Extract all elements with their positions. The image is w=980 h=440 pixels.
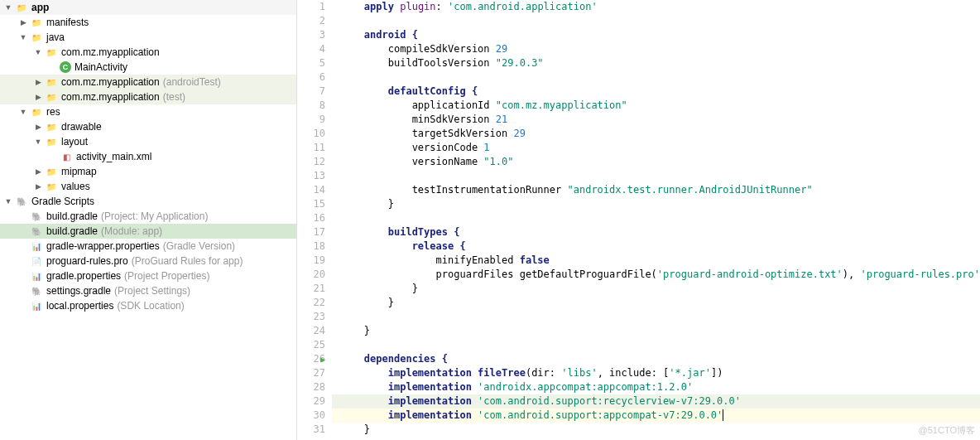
chevron-right-icon: ▶: [33, 123, 43, 131]
project-tree[interactable]: ▼📁app ▶📁manifests ▼📁java ▼📁com.mz.myappl…: [0, 0, 297, 440]
watermark: @51CTO博客: [919, 424, 975, 437]
tree-label: manifests: [46, 17, 89, 28]
chevron-right-icon: ▶: [33, 93, 43, 101]
gradle-icon: 🐘: [30, 210, 43, 223]
chevron-down-icon: ▼: [3, 197, 13, 205]
tree-node-package[interactable]: ▶📁com.mz.myapplication(test): [0, 89, 296, 104]
properties-icon: 📊: [30, 269, 43, 283]
tree-label: build.gradle: [46, 225, 98, 237]
package-icon: 📁: [45, 75, 58, 89]
text-caret: [723, 409, 723, 421]
tree-hint: (Project: My Application): [101, 210, 208, 222]
xml-icon: ◧: [60, 150, 73, 163]
tree-node-mipmap[interactable]: ▶📁mipmap: [0, 164, 296, 179]
folder-icon: 📁: [30, 16, 43, 29]
tree-node-class[interactable]: CMainActivity: [0, 60, 296, 75]
tree-node-drawable[interactable]: ▶📁drawable: [0, 119, 296, 134]
tree-label: drawable: [61, 121, 102, 133]
chevron-down-icon: ▼: [18, 33, 28, 41]
tree-node-file-selected[interactable]: 🐘build.gradle(Module: app): [0, 224, 296, 239]
folder-icon: 📁: [15, 1, 28, 14]
tree-node-file[interactable]: 📊local.properties(SDK Location): [0, 298, 296, 313]
tree-node-package[interactable]: ▼📁com.mz.myapplication: [0, 45, 296, 60]
tree-hint: (test): [163, 91, 185, 103]
tree-hint: (Project Settings): [114, 285, 190, 297]
tree-label: com.mz.myapplication: [61, 91, 160, 103]
tree-label: res: [46, 106, 60, 118]
chevron-down-icon: ▼: [3, 3, 13, 12]
tree-node-manifests[interactable]: ▶📁manifests: [0, 15, 296, 30]
properties-icon: 📊: [30, 239, 43, 253]
package-icon: 📁: [45, 90, 58, 104]
code-area[interactable]: apply plugin: 'com.android.application' …: [332, 0, 980, 440]
chevron-down-icon: ▼: [33, 138, 43, 146]
tree-label: activity_main.xml: [76, 151, 151, 162]
class-icon: C: [60, 61, 71, 73]
tree-node-java[interactable]: ▼📁java: [0, 30, 296, 45]
tree-label: proguard-rules.pro: [46, 255, 128, 267]
tree-label: gradle-wrapper.properties: [46, 240, 160, 252]
tree-label: app: [31, 2, 49, 13]
properties-icon: 📊: [30, 299, 43, 312]
folder-icon: 📁: [45, 165, 58, 178]
folder-icon: 📁: [45, 120, 58, 133]
tree-node-file[interactable]: 🐘settings.gradle(Project Settings): [0, 283, 296, 298]
folder-icon: 📁: [45, 180, 58, 193]
package-icon: 📁: [45, 46, 58, 59]
tree-node-layout[interactable]: ▼📁layout: [0, 134, 296, 149]
tree-hint: (Gradle Version): [163, 240, 235, 252]
folder-icon: 📁: [30, 31, 43, 44]
tree-node-file[interactable]: 📊gradle-wrapper.properties(Gradle Versio…: [0, 239, 296, 254]
tree-node-res[interactable]: ▼📁res: [0, 104, 296, 119]
tree-label: MainActivity: [74, 61, 127, 73]
tree-label: gradle.properties: [46, 270, 121, 282]
tree-label: com.mz.myapplication: [61, 76, 160, 88]
folder-icon: 📁: [45, 135, 58, 148]
tree-node-gradle-scripts[interactable]: ▼🐘Gradle Scripts: [0, 194, 296, 209]
tree-hint: (SDK Location): [117, 300, 184, 312]
tree-label: values: [61, 181, 90, 192]
tree-label: layout: [61, 136, 88, 147]
chevron-down-icon: ▼: [18, 108, 28, 116]
tree-hint: (androidTest): [163, 76, 221, 88]
gradle-icon: 🐘: [30, 225, 43, 238]
tree-label: Gradle Scripts: [31, 196, 94, 207]
proguard-icon: 📄: [30, 254, 43, 268]
tree-node-file[interactable]: 🐘build.gradle(Project: My Application): [0, 209, 296, 224]
tree-label: mipmap: [61, 166, 97, 177]
code-editor[interactable]: 1234567891011121314151617181920212223242…: [297, 0, 980, 440]
chevron-down-icon: ▼: [33, 48, 43, 56]
tree-node-file[interactable]: ◧activity_main.xml: [0, 149, 296, 164]
tree-node-app[interactable]: ▼📁app: [0, 0, 296, 15]
tree-label: com.mz.myapplication: [61, 46, 160, 58]
tree-node-values[interactable]: ▶📁values: [0, 179, 296, 194]
folder-icon: 📁: [30, 105, 43, 118]
chevron-right-icon: ▶: [33, 78, 43, 86]
tree-hint: (ProGuard Rules for app): [132, 255, 243, 267]
gradle-icon: 🐘: [15, 195, 28, 208]
tree-hint: (Project Properties): [124, 270, 209, 282]
tree-node-file[interactable]: 📄proguard-rules.pro(ProGuard Rules for a…: [0, 254, 296, 268]
chevron-right-icon: ▶: [33, 167, 43, 176]
tree-label: java: [46, 31, 65, 43]
run-gutter-icon[interactable]: ▶: [320, 352, 325, 366]
tree-node-file[interactable]: 📊gradle.properties(Project Properties): [0, 268, 296, 283]
chevron-right-icon: ▶: [18, 18, 28, 27]
line-gutter: 1234567891011121314151617181920212223242…: [297, 0, 332, 440]
tree-node-package[interactable]: ▶📁com.mz.myapplication(androidTest): [0, 75, 296, 89]
tree-label: settings.gradle: [46, 285, 111, 297]
tree-hint: (Module: app): [101, 225, 162, 237]
chevron-right-icon: ▶: [33, 182, 43, 191]
tree-label: build.gradle: [46, 210, 98, 222]
tree-label: local.properties: [46, 300, 113, 312]
gradle-icon: 🐘: [30, 284, 43, 297]
